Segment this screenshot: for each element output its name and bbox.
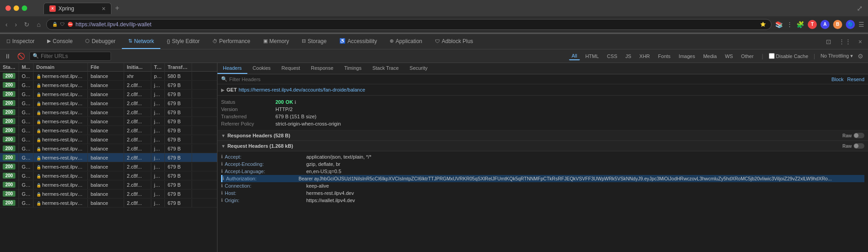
header-info-icon[interactable]: ℹ bbox=[221, 169, 223, 174]
table-row[interactable]: 200 GET 🔒hermes-rest.ilpv4.d... balance … bbox=[0, 126, 217, 135]
file-cell: balance bbox=[88, 145, 124, 153]
star-icon[interactable]: ⭐ bbox=[760, 22, 766, 27]
table-row[interactable]: 200 GET 🔒hermes-rest.ilpv4.d... balance … bbox=[0, 180, 217, 189]
filter-all[interactable]: All bbox=[569, 52, 580, 60]
table-row[interactable]: 200 GET 🔒hermes-rest.ilpv4.d... balance … bbox=[0, 117, 217, 126]
detail-tab-headers[interactable]: Headers bbox=[217, 63, 247, 74]
new-tab-button[interactable]: + bbox=[111, 2, 123, 14]
tab-inspector[interactable]: ◻ Inspector bbox=[0, 34, 41, 49]
request-raw-toggle[interactable] bbox=[854, 143, 864, 149]
disable-cache-checkbox[interactable] bbox=[769, 53, 775, 59]
header-info-icon[interactable]: ℹ bbox=[221, 161, 223, 167]
filter-images[interactable]: Images bbox=[676, 53, 698, 60]
table-row[interactable]: 200 GET 🔒hermes-rest.ilpv4.d... balance … bbox=[0, 99, 217, 108]
table-row[interactable]: 200 GET 🔒hermes-rest.ilpv4.d... balance … bbox=[0, 90, 217, 99]
close-button[interactable] bbox=[5, 5, 11, 11]
header-info-icon[interactable]: ℹ bbox=[222, 176, 224, 181]
filter-other[interactable]: Other bbox=[738, 53, 757, 60]
status-help-icon[interactable]: ℹ bbox=[294, 100, 296, 105]
refresh-button[interactable]: ↻ bbox=[22, 19, 31, 30]
initiator-cell: 2.c8f... bbox=[124, 136, 151, 144]
filter-html[interactable]: HTML bbox=[583, 53, 602, 60]
file-cell: balance bbox=[88, 190, 124, 198]
url-bar[interactable]: 🔒 🛡 ⛔ https://wallet.ilpv4.dev/ilp-walle… bbox=[46, 19, 772, 30]
pause-recording-button[interactable]: ⏸ bbox=[3, 52, 13, 61]
tab-storage[interactable]: ⊟ Storage bbox=[295, 34, 333, 49]
tab-accessibility[interactable]: ♿ Accessibility bbox=[333, 34, 383, 49]
filter-ws[interactable]: WS bbox=[722, 53, 736, 60]
table-row[interactable]: 200 GET 🔒hermes-rest.ilpv4.d... balance … bbox=[0, 153, 217, 162]
table-row[interactable]: 200 GET 🔒hermes-rest.ilpv4.d... balance … bbox=[0, 162, 217, 171]
transfer-cell: 679 B bbox=[165, 126, 192, 135]
tab-console[interactable]: ▶ Console bbox=[41, 34, 79, 49]
home-button[interactable]: ⌂ bbox=[35, 19, 42, 30]
tab-adblock[interactable]: 🛡 Adblock Plus bbox=[429, 34, 479, 49]
filter-media[interactable]: Media bbox=[700, 53, 719, 60]
table-row[interactable]: 200 GET 🔒hermes-rest.ilpv4.d... balance … bbox=[0, 189, 217, 199]
block-button[interactable]: Block bbox=[831, 77, 844, 82]
header-info-icon[interactable]: ℹ bbox=[221, 154, 223, 160]
table-row[interactable]: 200 GET 🔒hermes-rest.ilpv4.d... balance … bbox=[0, 135, 217, 144]
header-info-icon[interactable]: ℹ bbox=[221, 183, 223, 189]
tab-close-button[interactable]: × bbox=[102, 5, 106, 12]
status-badge: 200 bbox=[3, 164, 15, 170]
req-url-triangle: ▶ bbox=[221, 87, 225, 92]
settings-button[interactable]: ⚙ bbox=[856, 52, 865, 61]
header-info-icon[interactable]: ℹ bbox=[221, 190, 223, 196]
detail-tab-timings[interactable]: Timings bbox=[339, 63, 367, 74]
https-icon: 🔒 bbox=[52, 22, 58, 27]
domain-cell: 🔒hermes-rest.ilpv4.d... bbox=[34, 154, 88, 162]
tab-memory[interactable]: ▣ Memory bbox=[257, 34, 295, 49]
detail-tab-cookies[interactable]: Cookies bbox=[247, 63, 276, 74]
method-cell: GET bbox=[19, 163, 34, 171]
filter-input-container[interactable]: 🔍 bbox=[29, 52, 111, 61]
extensions-icon[interactable]: 🧩 bbox=[796, 21, 804, 28]
history-icon[interactable]: ⋮ bbox=[786, 21, 793, 28]
browser-tab[interactable]: X Xpring × bbox=[43, 3, 111, 14]
method-cell: GET bbox=[19, 190, 34, 198]
tab-style-editor[interactable]: {} Style Editor bbox=[160, 34, 206, 49]
table-row[interactable]: 200 GET 🔒hermes-rest.ilpv4.d... balance … bbox=[0, 81, 217, 90]
header-info-icon[interactable]: ℹ bbox=[221, 198, 223, 203]
filter-css[interactable]: CSS bbox=[604, 53, 620, 60]
tab-application[interactable]: ⊕ Application bbox=[383, 34, 429, 49]
tab-debugger[interactable]: ⬡ Debugger bbox=[79, 34, 122, 49]
filter-input[interactable] bbox=[41, 53, 108, 59]
status-row: Status 200 OK ℹ bbox=[221, 98, 864, 106]
response-headers-section[interactable]: ▼ Response Headers (528 B) Raw bbox=[217, 131, 868, 141]
filter-xhr[interactable]: XHR bbox=[637, 53, 652, 60]
adblock-icon: 🛡 bbox=[435, 39, 440, 44]
detail-tab-security[interactable]: Security bbox=[404, 63, 433, 74]
table-row[interactable]: 200 O... 🔒hermes-rest.ilpv4.d... balance… bbox=[0, 72, 217, 81]
clear-button[interactable]: 🚫 bbox=[15, 52, 27, 61]
resend-button[interactable]: Resend bbox=[847, 77, 864, 82]
filter-headers-input[interactable] bbox=[229, 77, 829, 82]
response-raw-toggle[interactable] bbox=[854, 133, 864, 138]
filter-fonts[interactable]: Fonts bbox=[656, 53, 674, 60]
devtools-close-button[interactable]: × bbox=[856, 37, 864, 47]
table-row[interactable]: 200 GET 🔒hermes-rest.ilpv4.d... balance … bbox=[0, 144, 217, 153]
menu-icon[interactable]: ☰ bbox=[858, 21, 864, 28]
table-row[interactable]: 200 GET 🔒hermes-rest.ilpv4.d... balance … bbox=[0, 199, 217, 208]
tab-performance[interactable]: ⏱ Performance bbox=[206, 34, 257, 49]
detail-tab-request[interactable]: Request bbox=[276, 63, 305, 74]
bookmark-icon[interactable]: 📚 bbox=[775, 21, 783, 28]
table-row[interactable]: 200 GET 🔒hermes-rest.ilpv4.d... balance … bbox=[0, 171, 217, 180]
forward-button[interactable]: › bbox=[13, 19, 19, 30]
tab-title: Xpring bbox=[58, 5, 74, 12]
disable-cache-label[interactable]: Disable Cache bbox=[769, 53, 809, 59]
url-text[interactable]: https://wallet.ilpv4.dev/ilp-wallet bbox=[76, 21, 757, 28]
throttle-dropdown[interactable]: No Throttling ▾ bbox=[820, 53, 853, 59]
col-initiator: Initia... bbox=[124, 63, 151, 71]
request-headers-section[interactable]: ▼ Request Headers (1.268 kB) Raw bbox=[217, 141, 868, 151]
devtools-dock-button[interactable]: ⊡ bbox=[824, 37, 834, 47]
detail-tab-stack-trace[interactable]: Stack Trace bbox=[367, 63, 404, 74]
filter-js[interactable]: JS bbox=[622, 53, 634, 60]
table-row[interactable]: 200 GET 🔒hermes-rest.ilpv4.d... balance … bbox=[0, 108, 217, 117]
tab-network[interactable]: ⇅ Network bbox=[122, 34, 160, 49]
back-button[interactable]: ‹ bbox=[4, 19, 10, 30]
devtools-more-button[interactable]: ⋮⋮ bbox=[836, 37, 854, 47]
fullscreen-button[interactable] bbox=[22, 5, 27, 11]
minimize-button[interactable] bbox=[14, 5, 19, 11]
detail-tab-response[interactable]: Response bbox=[305, 63, 339, 74]
